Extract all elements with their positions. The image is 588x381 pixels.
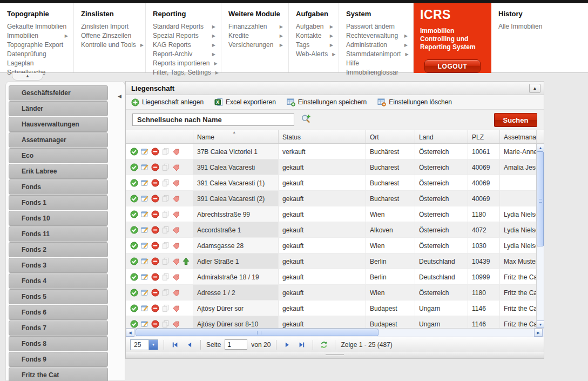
grid-header-assetmanager[interactable]: Assetmanager bbox=[500, 130, 537, 143]
sidebar-item-fonds-11[interactable]: Fonds 11 bbox=[9, 226, 108, 242]
minus-icon[interactable] bbox=[151, 148, 159, 156]
check-icon[interactable] bbox=[130, 242, 138, 250]
toolbar-einstellungen-l-schen[interactable]: Einstellungen löschen bbox=[377, 98, 452, 106]
edit-icon[interactable] bbox=[140, 179, 149, 187]
horizontal-scroll-thumb[interactable] bbox=[136, 329, 379, 336]
panel-collapse-button[interactable]: ▲ bbox=[529, 84, 540, 93]
minus-icon[interactable] bbox=[151, 257, 159, 265]
menu-item-administration[interactable]: Administration▶ bbox=[346, 41, 409, 50]
grid-header-land[interactable]: Land bbox=[415, 130, 468, 143]
edit-icon[interactable] bbox=[140, 320, 149, 328]
sidebar-item-l-nder[interactable]: Länder bbox=[9, 101, 108, 116]
sidebar-item-fonds-7[interactable]: Fonds 7 bbox=[9, 320, 108, 336]
menu-item-immobilien[interactable]: Immobilien▶ bbox=[7, 31, 69, 41]
edit-icon[interactable] bbox=[140, 273, 149, 281]
sidebar-item-fonds-9[interactable]: Fonds 9 bbox=[9, 352, 108, 367]
menu-item-kredite[interactable]: Kredite▶ bbox=[228, 31, 284, 41]
table-row[interactable]: Accordstraße 1gekauftAlkovenÖsterreich40… bbox=[126, 222, 544, 238]
menu-item-hilfe[interactable]: Hilfe bbox=[346, 59, 409, 68]
sidebar-item-hausverwaltungen[interactable]: Hausverwaltungen bbox=[9, 117, 108, 132]
edit-icon[interactable] bbox=[140, 226, 149, 234]
table-row[interactable]: 391 Calea VacarestigekauftBucharestÖster… bbox=[126, 159, 544, 175]
minus-icon[interactable] bbox=[151, 320, 159, 328]
minus-icon[interactable] bbox=[151, 163, 159, 171]
check-icon[interactable] bbox=[130, 257, 138, 265]
edit-icon[interactable] bbox=[140, 163, 149, 171]
menu-item-topographie-export[interactable]: Topographie Export bbox=[7, 41, 69, 50]
menu-item-passwort-ndern[interactable]: Passwort ändern bbox=[346, 22, 409, 31]
minus-icon[interactable] bbox=[151, 195, 159, 203]
table-row[interactable]: 37B Calea Victoriei 1verkauftBuchärestÖs… bbox=[126, 144, 544, 159]
check-icon[interactable] bbox=[130, 210, 138, 218]
tag-icon[interactable] bbox=[172, 163, 180, 171]
tag-icon[interactable] bbox=[172, 304, 180, 312]
tag-icon[interactable] bbox=[172, 320, 180, 328]
menu-item-report-archiv[interactable]: Report-Archiv▶ bbox=[153, 50, 217, 59]
edit-icon[interactable] bbox=[140, 242, 149, 250]
menu-item-lageplan[interactable]: Lageplan bbox=[7, 59, 69, 68]
edit-icon[interactable] bbox=[140, 304, 149, 312]
toolbar-liegenschaft-anlegen[interactable]: Liegenschaft anlegen bbox=[131, 98, 204, 106]
refresh-icon[interactable] bbox=[319, 339, 329, 350]
scroll-left-icon[interactable]: ◀ bbox=[126, 329, 134, 337]
edit-icon[interactable] bbox=[140, 289, 149, 297]
edit-icon[interactable] bbox=[140, 148, 149, 156]
sidebar-item-erik-labree[interactable]: Erik Labree bbox=[9, 164, 108, 179]
check-icon[interactable] bbox=[130, 226, 138, 234]
menu-item-kag-reports[interactable]: KAG Reports▶ bbox=[153, 41, 217, 50]
minus-icon[interactable] bbox=[151, 179, 159, 187]
tag-icon[interactable] bbox=[172, 195, 180, 203]
zoom-plus-icon[interactable] bbox=[301, 114, 311, 125]
next-page-button[interactable] bbox=[282, 339, 293, 350]
table-row[interactable]: Ajtósy Dürer sor 8-10gekauftBudapestUnga… bbox=[126, 316, 544, 328]
resize-grip[interactable] bbox=[326, 354, 344, 356]
first-page-button[interactable] bbox=[170, 339, 180, 350]
menu-item-stammdatenimport[interactable]: Stammdatenimport▶ bbox=[346, 50, 409, 59]
menu-item-versicherungen[interactable]: Versicherungen▶ bbox=[228, 41, 284, 50]
tag-icon[interactable] bbox=[172, 148, 180, 156]
search-input[interactable] bbox=[132, 113, 294, 126]
check-icon[interactable] bbox=[130, 148, 138, 156]
table-row[interactable]: 391 Calea Vacaresti (1)gekauftBucharestÖ… bbox=[126, 175, 544, 191]
sidebar-item-fonds-10[interactable]: Fonds 10 bbox=[9, 211, 108, 226]
history-item-alle-immobilien[interactable]: Alle Immobilien bbox=[498, 22, 584, 31]
minus-icon[interactable] bbox=[151, 304, 159, 312]
sidebar-collapse-icon[interactable]: ◀ bbox=[118, 93, 121, 99]
scroll-right-icon[interactable]: ▶ bbox=[534, 329, 543, 337]
edit-icon[interactable] bbox=[140, 195, 149, 203]
menu-item-filter-tags-settings[interactable]: Filter, Tags, Settings▶ bbox=[153, 68, 217, 77]
grid-header-status[interactable]: Status bbox=[279, 130, 366, 143]
sidebar-item-fonds-2[interactable]: Fonds 2 bbox=[9, 242, 108, 257]
sidebar-item-fonds[interactable]: Fonds bbox=[9, 179, 108, 195]
toolbar-einstellungen-speichern[interactable]: Einstellungen speichern bbox=[287, 98, 367, 106]
menu-collapse-tab[interactable]: ▲ bbox=[12, 73, 43, 81]
tag-icon[interactable] bbox=[172, 273, 180, 281]
vertical-scroll-thumb[interactable] bbox=[537, 151, 544, 246]
menu-item-standard-reports[interactable]: Standard Reports▶ bbox=[153, 22, 217, 31]
menu-item-kontakte[interactable]: Kontakte▶ bbox=[296, 31, 334, 41]
table-row[interactable]: Admiralstraße 18 / 19gekauftBerlinDeutsc… bbox=[126, 269, 544, 285]
menu-item-kontrolle-und-tools[interactable]: Kontrolle und Tools▶ bbox=[81, 41, 141, 50]
suchen-button[interactable]: Suchen bbox=[494, 113, 537, 127]
menu-item-offene-zinszeilen[interactable]: Offene Zinszeilen bbox=[81, 31, 141, 41]
table-row[interactable]: 391 Calea Vacaresti (2)gekauftBucharestÖ… bbox=[126, 191, 544, 206]
menu-item-finanzzahlen[interactable]: Finanzzahlen▶ bbox=[228, 22, 284, 31]
menu-item-tags[interactable]: Tags▶ bbox=[296, 41, 334, 50]
menu-item-gekaufte-immobilien[interactable]: Gekaufte Immobilien bbox=[7, 22, 69, 31]
tag-icon[interactable] bbox=[172, 257, 180, 265]
minus-icon[interactable] bbox=[151, 242, 159, 250]
menu-item-web-alerts[interactable]: Web-Alerts▶ bbox=[296, 50, 334, 59]
logout-button[interactable]: LOGOUT bbox=[424, 59, 481, 73]
sidebar-item-fonds-1[interactable]: Fonds 1 bbox=[9, 195, 108, 210]
tag-icon[interactable] bbox=[172, 226, 180, 234]
scroll-down-icon[interactable]: ▼ bbox=[537, 320, 544, 328]
vertical-scrollbar[interactable]: ▲ ▼ bbox=[536, 144, 544, 328]
sidebar-item-assetmanager[interactable]: Assetmanager bbox=[9, 132, 108, 148]
check-icon[interactable] bbox=[130, 195, 138, 203]
menu-item-zinslisten-import[interactable]: Zinslisten Import bbox=[81, 22, 141, 31]
grid-header-name[interactable]: Name▲ bbox=[193, 130, 279, 143]
sidebar-item-fonds-6[interactable]: Fonds 6 bbox=[9, 305, 108, 320]
minus-icon[interactable] bbox=[151, 289, 159, 297]
horizontal-scrollbar[interactable]: ◀ ▶ bbox=[126, 328, 544, 337]
menu-item-immobilienglossar[interactable]: Immobilienglossar bbox=[346, 68, 409, 77]
